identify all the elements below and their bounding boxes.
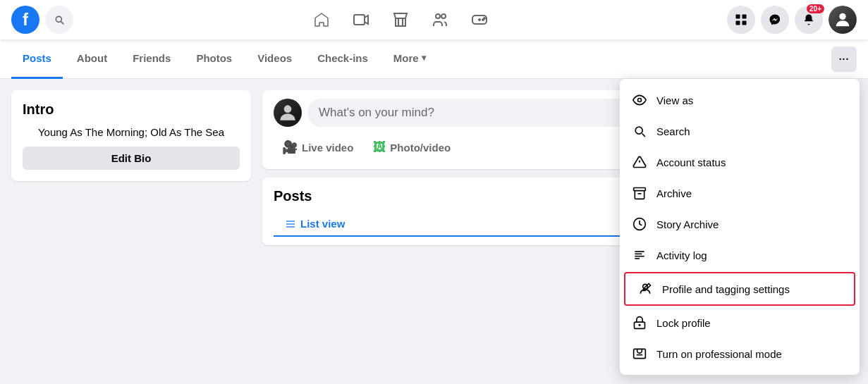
marketplace-nav-btn[interactable] <box>384 3 417 37</box>
menu-label-activity-log: Activity log <box>656 249 707 261</box>
svg-point-12 <box>284 105 292 113</box>
profile-dropdown-menu: View as Search Account status Ar <box>620 79 860 375</box>
menu-label-search: Search <box>656 125 690 137</box>
svg-rect-8 <box>742 15 747 19</box>
photo-video-icon: 🖼 <box>373 140 386 155</box>
menu-label-story-archive: Story Archive <box>656 218 719 230</box>
menu-label-view-as: View as <box>656 94 693 106</box>
tab-checkins[interactable]: Check-ins <box>306 39 379 79</box>
tab-friends[interactable]: Friends <box>121 39 182 79</box>
grid-icon <box>735 13 747 26</box>
gaming-icon <box>471 11 488 28</box>
menu-label-lock-profile: Lock profile <box>656 317 711 329</box>
menu-label-archive: Archive <box>656 187 692 199</box>
photo-video-btn[interactable]: 🖼 Photo/video <box>365 134 459 161</box>
story-archive-icon <box>631 216 648 233</box>
profile-avatar <box>829 6 857 34</box>
home-nav-btn[interactable] <box>305 3 338 37</box>
menu-item-lock-profile[interactable]: Lock profile <box>620 307 860 338</box>
intro-title: Intro <box>23 101 240 118</box>
activity-log-icon <box>631 247 648 264</box>
tab-posts[interactable]: Posts <box>11 39 63 79</box>
edit-bio-button[interactable]: Edit Bio <box>23 147 240 170</box>
profile-tagging-icon <box>637 280 654 297</box>
tab-videos[interactable]: Videos <box>246 39 303 79</box>
intro-card: Intro Young As The Morning; Old As The S… <box>11 90 251 181</box>
intro-bio-text: Young As The Morning; Old As The Sea <box>23 126 240 138</box>
search-menu-icon <box>631 123 648 140</box>
menu-item-profile-tagging[interactable]: Profile and tagging settings <box>624 272 855 306</box>
menu-label-profile-tagging: Profile and tagging settings <box>662 283 790 295</box>
gaming-nav-btn[interactable] <box>463 3 496 37</box>
menu-label-account-status: Account status <box>656 156 726 168</box>
svg-rect-9 <box>736 21 740 25</box>
tab-more[interactable]: More ▾ <box>382 39 437 79</box>
menu-item-professional-mode[interactable]: Turn on professional mode <box>620 338 860 369</box>
bell-icon <box>802 13 815 26</box>
svg-rect-29 <box>634 188 646 191</box>
nav-center-icons <box>73 3 727 37</box>
svg-point-6 <box>484 18 485 19</box>
notifications-btn[interactable]: 20+ <box>795 6 823 34</box>
list-icon <box>285 218 296 230</box>
facebook-logo[interactable]: f <box>11 6 39 34</box>
svg-point-26 <box>635 127 642 134</box>
menu-item-search[interactable]: Search <box>620 116 860 147</box>
video-nav-btn[interactable] <box>344 3 378 37</box>
professional-mode-icon <box>631 345 648 362</box>
svg-rect-10 <box>742 21 747 25</box>
archive-icon <box>631 185 648 202</box>
store-icon <box>392 11 409 28</box>
nav-right-actions: 20+ <box>727 6 857 34</box>
home-icon <box>313 11 330 28</box>
tab-about[interactable]: About <box>66 39 118 79</box>
live-video-btn[interactable]: 🎥 Live video <box>274 134 362 161</box>
svg-point-3 <box>441 14 446 18</box>
menu-item-view-as[interactable]: View as <box>620 85 860 116</box>
profile-avatar-btn[interactable] <box>829 6 857 34</box>
tab-photos[interactable]: Photos <box>185 39 243 79</box>
groups-nav-btn[interactable] <box>423 3 457 37</box>
top-navigation: f <box>0 0 868 39</box>
profile-tabs-list: Posts About Friends Photos Videos Check-… <box>11 39 437 79</box>
composer-avatar <box>274 99 302 127</box>
menu-item-account-status[interactable]: Account status <box>620 147 860 178</box>
posts-section-title: Posts <box>274 188 312 204</box>
search-icon <box>54 14 65 25</box>
view-as-icon <box>631 92 648 109</box>
notification-count: 20+ <box>807 4 824 13</box>
profile-tabs-bar: Posts About Friends Photos Videos Check-… <box>0 39 868 79</box>
svg-point-11 <box>839 13 845 20</box>
svg-marker-1 <box>365 16 368 24</box>
left-panel: Intro Young As The Morning; Old As The S… <box>11 90 251 373</box>
video-icon <box>353 11 369 28</box>
svg-point-2 <box>436 14 440 18</box>
menu-label-professional-mode: Turn on professional mode <box>656 348 782 360</box>
svg-point-25 <box>638 99 642 102</box>
menu-item-archive[interactable]: Archive <box>620 178 860 209</box>
menu-item-activity-log[interactable]: Activity log <box>620 240 860 271</box>
svg-rect-7 <box>736 15 740 19</box>
tabs-right-actions: ··· <box>831 47 857 72</box>
profile-more-options-btn[interactable]: ··· <box>831 47 857 72</box>
groups-icon <box>432 11 448 28</box>
menu-item-story-archive[interactable]: Story Archive <box>620 209 860 240</box>
svg-point-38 <box>639 325 640 326</box>
messenger-btn[interactable] <box>761 6 789 34</box>
live-video-icon: 🎥 <box>282 140 298 155</box>
chevron-down-icon: ▾ <box>422 53 426 63</box>
account-status-icon <box>631 154 648 171</box>
lock-profile-icon <box>631 314 648 331</box>
messenger-icon <box>769 13 781 26</box>
apps-grid-btn[interactable] <box>727 6 755 34</box>
svg-rect-0 <box>354 15 365 25</box>
search-box[interactable] <box>45 6 73 34</box>
